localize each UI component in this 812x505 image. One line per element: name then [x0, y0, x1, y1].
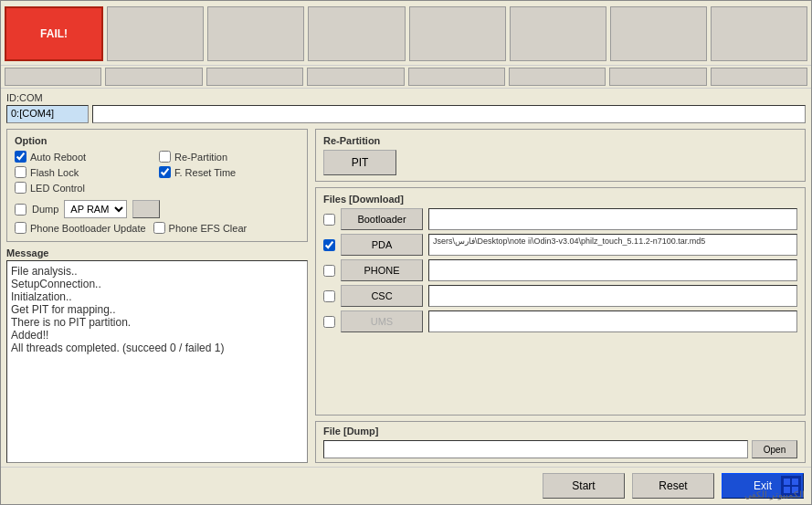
- second-btn-5[interactable]: [408, 68, 505, 86]
- bottom-bar: Start Reset Exit: [1, 467, 811, 504]
- flash-lock-row: Flash Lock: [15, 165, 155, 179]
- csc-row: CSC: [323, 285, 797, 307]
- watermark: الكمبيوتر.الكفي: [744, 489, 805, 500]
- dump-select[interactable]: AP RAM CP RAM: [64, 200, 127, 218]
- dump-open-button[interactable]: Open: [752, 440, 797, 458]
- phone-options-row: Phone Bootloader Update Phone EFS Clear: [15, 220, 300, 236]
- ums-button[interactable]: UMS: [341, 310, 423, 332]
- repartition-title: Re-Partition: [323, 135, 797, 146]
- led-control-row: LED Control: [15, 181, 155, 195]
- fail-button: FAIL!: [5, 6, 103, 61]
- files-download-section: Files [Download] Bootloader PDA Jsers\فا…: [315, 187, 806, 416]
- phone-efs-opt: Phone EFS Clear: [153, 222, 248, 234]
- f-reset-time-checkbox[interactable]: [159, 166, 171, 178]
- second-btn-4[interactable]: [307, 68, 404, 86]
- second-btn-3[interactable]: [206, 68, 303, 86]
- dump-path-field[interactable]: [323, 440, 748, 458]
- fail-label: FAIL!: [40, 27, 68, 40]
- top-btn-8: [711, 6, 807, 61]
- phone-bootloader-label[interactable]: Phone Bootloader Update: [30, 223, 146, 234]
- re-partition-row: Re-Partition: [159, 150, 300, 163]
- dump-label[interactable]: Dump: [32, 204, 58, 215]
- svg-rect-0: [784, 479, 790, 485]
- idcom-extra: [92, 105, 806, 123]
- idcom-row: 0:[COM4]: [6, 105, 806, 123]
- re-partition-checkbox[interactable]: [159, 151, 171, 163]
- phone-bootloader-opt: Phone Bootloader Update: [15, 222, 146, 234]
- second-btn-6[interactable]: [509, 68, 606, 86]
- dump-row: Dump AP RAM CP RAM: [15, 198, 300, 220]
- main-window: FAIL! ID:COM 0:[COM4]: [0, 0, 812, 505]
- top-btn-5: [409, 6, 506, 61]
- repartition-section: Re-Partition PIT: [315, 129, 806, 182]
- flash-lock-label[interactable]: Flash Lock: [30, 167, 79, 178]
- file-dump-title: File [Dump]: [323, 426, 797, 437]
- pda-path: Jsers\فارس\Desktop\note ii\Odin3-v3.04\p…: [428, 234, 797, 256]
- pda-checkbox[interactable]: [323, 239, 335, 251]
- auto-reboot-row: Auto Reboot: [15, 150, 155, 163]
- top-btn-7: [610, 6, 707, 61]
- bootloader-path: [428, 208, 797, 230]
- second-btn-8[interactable]: [711, 68, 807, 86]
- phone-bootloader-checkbox[interactable]: [15, 222, 26, 234]
- files-download-title: Files [Download]: [323, 194, 797, 205]
- phone-efs-checkbox[interactable]: [153, 222, 165, 234]
- idcom-label: ID:COM: [6, 92, 806, 103]
- second-btn-7[interactable]: [609, 68, 706, 86]
- dump-field-row: Open: [323, 440, 797, 458]
- start-button[interactable]: Start: [543, 473, 625, 499]
- csc-path: [428, 285, 797, 307]
- bootloader-row: Bootloader: [323, 208, 797, 230]
- idcom-value: 0:[COM4]: [6, 105, 89, 123]
- auto-reboot-checkbox[interactable]: [15, 151, 26, 163]
- phone-path: [428, 259, 797, 281]
- pda-row: PDA Jsers\فارس\Desktop\note ii\Odin3-v3.…: [323, 234, 797, 256]
- f-reset-time-row: F. Reset Time: [159, 165, 300, 179]
- ums-checkbox[interactable]: [323, 316, 335, 328]
- flash-lock-checkbox[interactable]: [15, 166, 26, 178]
- top-btn-6: [510, 6, 606, 61]
- second-btn-2[interactable]: [105, 68, 202, 86]
- phone-button[interactable]: PHONE: [341, 259, 423, 281]
- idcom-section: ID:COM 0:[COM4]: [1, 89, 811, 125]
- message-section: Message File analysis.. SetupConnection.…: [6, 247, 308, 463]
- pda-button[interactable]: PDA: [341, 234, 423, 256]
- auto-reboot-label[interactable]: Auto Reboot: [30, 152, 86, 163]
- left-panel: Option Auto Reboot Re-Partition Flash Lo…: [6, 129, 308, 463]
- option-title: Option: [15, 135, 300, 146]
- bootloader-checkbox[interactable]: [323, 214, 335, 226]
- phone-efs-label[interactable]: Phone EFS Clear: [169, 223, 248, 234]
- led-control-label[interactable]: LED Control: [30, 183, 85, 194]
- right-panel: Re-Partition PIT Files [Download] Bootlo…: [315, 129, 806, 463]
- option-grid: Auto Reboot Re-Partition Flash Lock F. R…: [15, 150, 300, 195]
- message-label: Message: [6, 247, 308, 258]
- content-area: Option Auto Reboot Re-Partition Flash Lo…: [1, 125, 811, 467]
- top-btn-2: [107, 6, 204, 61]
- top-btn-4: [308, 6, 405, 61]
- csc-button[interactable]: CSC: [341, 285, 423, 307]
- pit-button[interactable]: PIT: [323, 150, 396, 175]
- reset-button[interactable]: Reset: [632, 473, 714, 499]
- phone-checkbox[interactable]: [323, 265, 335, 277]
- phone-row: PHONE: [323, 259, 797, 281]
- ums-row: UMS: [323, 310, 797, 332]
- dump-small-btn[interactable]: [132, 200, 160, 218]
- led-control-checkbox[interactable]: [15, 182, 26, 194]
- svg-rect-1: [792, 479, 798, 485]
- f-reset-time-label[interactable]: F. Reset Time: [174, 167, 236, 178]
- csc-checkbox[interactable]: [323, 290, 335, 302]
- option-section: Option Auto Reboot Re-Partition Flash Lo…: [6, 129, 308, 242]
- bootloader-button[interactable]: Bootloader: [341, 208, 423, 230]
- top-btn-3: [207, 6, 304, 61]
- re-partition-label[interactable]: Re-Partition: [174, 152, 227, 163]
- file-dump-section: File [Dump] Open: [315, 421, 806, 463]
- message-box[interactable]: File analysis.. SetupConnection.. Initia…: [6, 260, 308, 463]
- dump-checkbox[interactable]: [15, 204, 26, 216]
- top-button-row: FAIL!: [1, 1, 811, 66]
- ums-path: [428, 310, 797, 332]
- second-button-row: [1, 66, 811, 89]
- second-btn-1[interactable]: [5, 68, 101, 86]
